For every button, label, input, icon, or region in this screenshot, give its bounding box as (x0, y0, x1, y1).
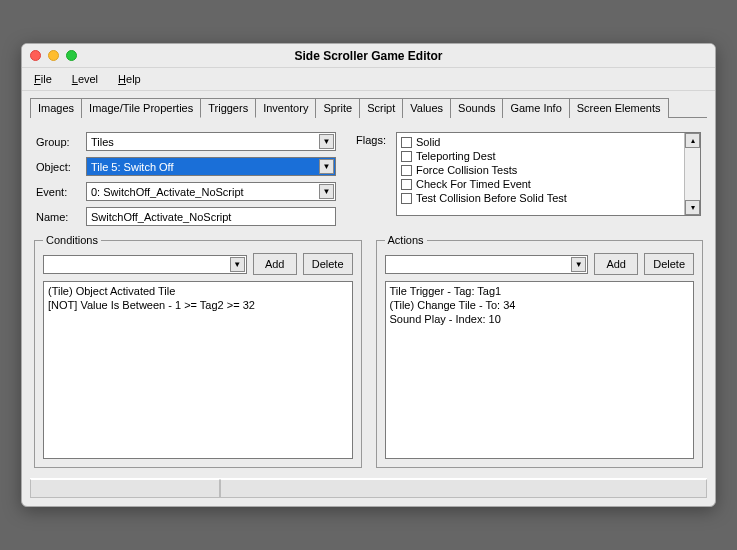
scroll-up-icon[interactable]: ▴ (685, 133, 700, 148)
object-combo[interactable]: Tile 5: Switch Off ▼ (86, 157, 336, 176)
chevron-down-icon[interactable]: ▼ (319, 184, 334, 199)
label-object: Object: (36, 161, 86, 173)
tab-sounds[interactable]: Sounds (450, 98, 503, 118)
checkbox-icon[interactable] (401, 165, 412, 176)
conditions-group: Conditions ▼ Add Delete (Tile) Object Ac… (34, 240, 362, 468)
list-item[interactable]: Tile Trigger - Tag: Tag1 (390, 284, 690, 298)
close-icon[interactable] (30, 50, 41, 61)
tab-values[interactable]: Values (402, 98, 451, 118)
conditions-combo[interactable]: ▼ (43, 255, 247, 274)
list-item[interactable]: (Tile) Object Activated Tile (48, 284, 348, 298)
minimize-icon[interactable] (48, 50, 59, 61)
tab-screen-elements[interactable]: Screen Elements (569, 98, 669, 118)
tabstrip: Images Image/Tile Properties Triggers In… (30, 97, 707, 118)
menu-file[interactable]: File (30, 71, 56, 87)
zoom-icon[interactable] (66, 50, 77, 61)
chevron-down-icon[interactable]: ▼ (571, 257, 586, 272)
object-combo-value: Tile 5: Switch Off (91, 161, 174, 173)
list-item[interactable]: Sound Play - Index: 10 (390, 312, 690, 326)
actions-delete-button[interactable]: Delete (644, 253, 694, 275)
flags-scrollbar[interactable]: ▴ ▾ (684, 133, 700, 215)
conditions-list[interactable]: (Tile) Object Activated Tile [NOT] Value… (43, 281, 353, 459)
window-controls (30, 50, 77, 61)
name-field[interactable]: SwitchOff_Activate_NoScript (86, 207, 336, 226)
label-name: Name: (36, 211, 86, 223)
scroll-down-icon[interactable]: ▾ (685, 200, 700, 215)
checkbox-icon[interactable] (401, 193, 412, 204)
conditions-add-button[interactable]: Add (253, 253, 297, 275)
tab-script[interactable]: Script (359, 98, 403, 118)
flag-item[interactable]: Force Collision Tests (401, 163, 680, 177)
chevron-down-icon[interactable]: ▼ (230, 257, 245, 272)
label-flags: Flags: (356, 132, 396, 232)
group-combo[interactable]: Tiles ▼ (86, 132, 336, 151)
conditions-legend: Conditions (43, 234, 101, 246)
actions-legend: Actions (385, 234, 427, 246)
list-item[interactable]: [NOT] Value Is Between - 1 >= Tag2 >= 32 (48, 298, 348, 312)
status-cell (30, 479, 220, 498)
menu-level[interactable]: Level (68, 71, 102, 87)
actions-add-button[interactable]: Add (594, 253, 638, 275)
flags-listbox[interactable]: Solid Teleporting Dest Force Collision T… (396, 132, 701, 216)
label-event: Event: (36, 186, 86, 198)
tab-game-info[interactable]: Game Info (502, 98, 569, 118)
chevron-down-icon[interactable]: ▼ (319, 134, 334, 149)
checkbox-icon[interactable] (401, 179, 412, 190)
tab-triggers[interactable]: Triggers (200, 98, 256, 118)
flag-item[interactable]: Check For Timed Event (401, 177, 680, 191)
tab-images[interactable]: Images (30, 98, 82, 118)
actions-group: Actions ▼ Add Delete Tile Trigger - Tag:… (376, 240, 704, 468)
tab-inventory[interactable]: Inventory (255, 98, 316, 118)
event-combo-value: 0: SwitchOff_Activate_NoScript (91, 186, 244, 198)
actions-list[interactable]: Tile Trigger - Tag: Tag1 (Tile) Change T… (385, 281, 695, 459)
checkbox-icon[interactable] (401, 137, 412, 148)
flag-item[interactable]: Test Collision Before Solid Test (401, 191, 680, 205)
chevron-down-icon[interactable]: ▼ (319, 159, 334, 174)
flag-item[interactable]: Teleporting Dest (401, 149, 680, 163)
tab-image-tile-properties[interactable]: Image/Tile Properties (81, 98, 201, 118)
status-bar (30, 478, 707, 498)
flag-item[interactable]: Solid (401, 135, 680, 149)
checkbox-icon[interactable] (401, 151, 412, 162)
conditions-delete-button[interactable]: Delete (303, 253, 353, 275)
tab-sprite[interactable]: Sprite (315, 98, 360, 118)
actions-combo[interactable]: ▼ (385, 255, 589, 274)
menubar: File Level Help (22, 68, 715, 91)
event-combo[interactable]: 0: SwitchOff_Activate_NoScript ▼ (86, 182, 336, 201)
status-cell (220, 479, 707, 498)
titlebar: Side Scroller Game Editor (22, 44, 715, 68)
name-field-value: SwitchOff_Activate_NoScript (91, 211, 231, 223)
menu-help[interactable]: Help (114, 71, 145, 87)
group-combo-value: Tiles (91, 136, 114, 148)
list-item[interactable]: (Tile) Change Tile - To: 34 (390, 298, 690, 312)
window-title: Side Scroller Game Editor (22, 49, 715, 63)
label-group: Group: (36, 136, 86, 148)
app-window: Side Scroller Game Editor File Level Hel… (21, 43, 716, 507)
